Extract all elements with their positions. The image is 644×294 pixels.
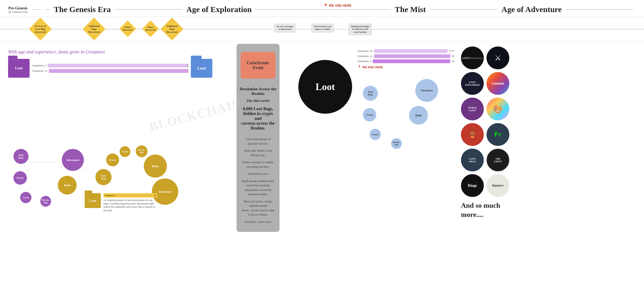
mist-line-2: Some take shelter in the Divine City. — [239, 147, 277, 159]
we-are-here-label: WE ARE HERE — [329, 4, 352, 8]
project-hyperloot: HYPERLOOT — [461, 98, 484, 120]
timeline-event-orders: OrdersDiscovered — [122, 23, 134, 35]
era-line-5 — [566, 9, 633, 10]
bubble-area-right: FindBags Frenzy Learn Revela-tion Advent… — [357, 71, 454, 162]
projects-row-5: LOOTSWAG THECRYPT — [461, 149, 512, 171]
loot-bars-container: Loot Greatness: 0 10 Greatness: 11 20 — [8, 59, 212, 78]
timeline-event-additional-bags2: AdditionalBagsDiscovered — [164, 21, 180, 37]
bubble-find-bags-right: FindBags — [363, 86, 378, 101]
bubble-frenzy-gold: Frenzy — [106, 153, 119, 166]
projects-row-6: Rings Banners — [461, 174, 512, 197]
mist-line-5: Small groups continue their search for m… — [239, 177, 277, 198]
main-content: With age and experience, items grow in G… — [0, 41, 644, 235]
mist-section: Cataclysmic Event Desolation Across the … — [220, 44, 296, 232]
project-fgame: F↑ — [486, 123, 509, 146]
bubble-area-left: FindBags Frenzy Learn Revela-tion Advent… — [8, 80, 212, 172]
mist-line-4: Generations pass. — [239, 170, 277, 177]
bubble-learn-left: Learn — [20, 192, 31, 203]
loot-folder-blue: Loot — [191, 59, 212, 78]
bubble-build-left: Build — [58, 176, 77, 195]
projects-row-3: HYPERLOOT 🎨 — [461, 98, 512, 120]
diamond-names: NamesDiscovered — [142, 20, 159, 37]
era-pre-genesis: Pre-Genesis An Unknown Past — [8, 6, 28, 13]
diamond-first-loot: First set ofLoot Bagsdiscovered — [29, 18, 52, 41]
bubble-adventure-right: Adventure — [415, 79, 438, 102]
era-line-2 — [115, 9, 182, 10]
project-loot-explorers: LOOTEXPLORERS — [461, 72, 484, 95]
pin-icon-right: 📍 — [357, 65, 361, 69]
diamond-label-orders: OrdersDiscovered — [121, 25, 134, 32]
adv-bar-row-1: Greatness: 20 7??? — [357, 49, 454, 53]
projects-row-2: LOOTEXPLORERS Genesis — [461, 72, 512, 95]
projects-column: LOOT(for Adventurers) ⚔ LOOTEXPLORERS Ge… — [457, 44, 516, 232]
timeline-event-building-bridge: Building the Bridgeto Starknet & theLoot… — [349, 24, 371, 35]
genesis-section: With age and experience, items grow in G… — [0, 44, 220, 232]
era-adventure-title: Age of Adventure — [501, 5, 561, 14]
diamond-additional-bags2: AdditionalBagsDiscovered — [161, 18, 184, 41]
adventure-section: Greatness: 20 7??? Greatness: 11 20 Grea… — [355, 44, 457, 232]
bubble-find-bags-left: FindBags — [13, 149, 28, 164]
adv-bar-row-2: Greatness: 11 20 — [357, 54, 454, 58]
svg-line-1 — [23, 169, 30, 172]
we-are-here-right: 📍 WE ARE HERE — [357, 65, 454, 69]
bubble-learn-right: Learn — [370, 129, 381, 140]
project-sword: ⚔ — [486, 46, 509, 69]
timeline-event-additional-bags: AdditionalBagsDiscovered — [86, 21, 102, 37]
pin-icon-1: 📍 — [323, 3, 328, 8]
mist-highlight: 8,000 Loot Bags, hidden in crypts and ca… — [239, 106, 277, 131]
note-bar: Greatness: 0 10 — [103, 193, 157, 198]
adv-bar-1 — [374, 49, 448, 53]
and-more-text: And so muchmore.... — [461, 201, 512, 219]
timeline-event-first-loot: First set ofLoot Bagsdiscovered — [32, 21, 48, 37]
project-banners: Banners — [486, 174, 509, 197]
mist-line-7: And then...a discovery. — [239, 218, 277, 225]
loot-note-container: Loot Greatness: 0 10 An ongoing stream o… — [85, 193, 157, 212]
project-goblet: 🏺 — [461, 123, 484, 146]
era-divider-1 — [33, 9, 41, 10]
era-divider-line-1 — [45, 9, 50, 10]
bubble-frenzy-right: Frenzy — [363, 108, 376, 121]
note-text: An ongoing stream of new discoveries of … — [103, 199, 157, 212]
bubble-build-right: Build — [409, 106, 428, 125]
adv-bar-2 — [374, 54, 450, 58]
era-line-4 — [430, 9, 497, 10]
loot-note-inner: Loot Greatness: 0 10 An ongoing stream o… — [85, 193, 157, 212]
projects-row-4: 🏺 F↑ — [461, 123, 512, 146]
bubble-revelation-left: Revela-tion — [40, 196, 51, 207]
project-loot-adventurers: LOOT(for Adventurers) — [461, 46, 484, 69]
project-loot-swag: LOOTSWAG — [461, 149, 484, 171]
bar-1-end — [188, 64, 188, 67]
greatness-label: With age and experience, items grow in G… — [8, 49, 212, 55]
timeline-strip: First set ofLoot Bagsdiscovered Addition… — [0, 17, 644, 41]
diamond-label-additional-bags: AdditionalBagsDiscovered — [87, 24, 101, 34]
mist-line-1: A few lone groups of travelers survive. — [239, 135, 277, 147]
diamond-additional-bags: AdditionalBagsDiscovered — [83, 18, 106, 41]
bar-row-1: Greatness: 0 10 — [32, 64, 188, 67]
adv-bar-3 — [373, 59, 450, 63]
bubble-build-gold: Build — [144, 155, 167, 178]
bar-2: 20 — [49, 69, 188, 73]
adventure-bars: Greatness: 20 7??? Greatness: 11 20 Grea… — [357, 49, 454, 63]
mist-line-6: There are stories, myths, legends passed… — [239, 198, 277, 218]
folder-tab-blue — [191, 56, 202, 59]
adv-bar-row-3: Greatness: 0 10 — [357, 59, 454, 63]
loot-note-text-area: Greatness: 0 10 An ongoing stream of new… — [103, 193, 157, 212]
project-art: 🎨 — [486, 98, 509, 120]
era-line-3: 📍 WE ARE HERE — [256, 9, 391, 10]
project-the-crypt: THECRYPT — [486, 149, 509, 171]
rect-og-loot: 8k OG Loot bagsre-discovered — [274, 24, 295, 33]
projects-row-1: LOOT(for Adventurers) ⚔ — [461, 46, 512, 69]
diamond-label-first-loot: First set ofLoot Bagsdiscovered — [34, 24, 47, 34]
cataclysmic-event-box: Cataclysmic Event — [241, 52, 276, 79]
diamond-orders: OrdersDiscovered — [119, 20, 136, 37]
bubble-find-bags-gold: FindBags — [95, 169, 112, 185]
bar-2-end — [188, 69, 188, 73]
folder-tab-note — [85, 191, 92, 193]
bubble-revelation-gold: Revela-tion — [136, 145, 148, 157]
loot-folder-genesis: Loot — [8, 59, 30, 78]
project-rings: Rings — [461, 174, 484, 197]
rect-building-bridge: Building the Bridgeto Starknet & theLoot… — [349, 24, 371, 35]
bubble-learn-gold: Learn — [120, 146, 130, 157]
timeline-event-names: NamesDiscovered — [145, 23, 156, 35]
bar-row-2: Greatness: 11 20 — [32, 69, 188, 73]
